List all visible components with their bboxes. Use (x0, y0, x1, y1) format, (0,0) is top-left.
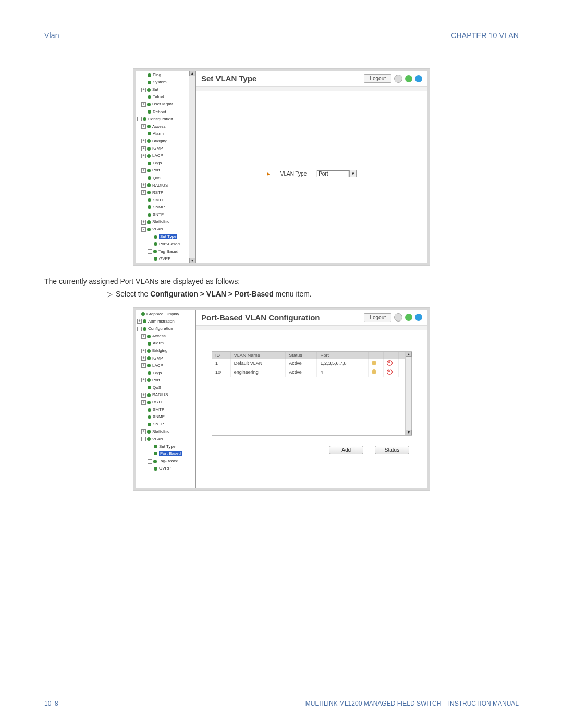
refresh-icon[interactable] (405, 75, 412, 82)
refresh-icon[interactable] (405, 314, 412, 321)
tree-item-statistics[interactable]: +Statistics (136, 428, 195, 436)
tree-item-port[interactable]: +Port (136, 377, 195, 384)
tree-item-telnet[interactable]: Telnet (136, 93, 195, 101)
tree-item-access[interactable]: +Access (136, 123, 195, 130)
expand-icon[interactable]: + (141, 400, 146, 405)
tree-scrollbar[interactable]: ▲ ▼ (189, 71, 195, 263)
tree-item-set[interactable]: +Set (136, 86, 195, 93)
body-text: The currently assigned Port VLANs are di… (44, 277, 519, 286)
tree-item-snmp[interactable]: SNMP (136, 413, 195, 421)
tree-item-port-based[interactable]: Port-Based (136, 241, 195, 248)
tree-item-rstp[interactable]: +RSTP (136, 189, 195, 196)
expand-icon[interactable]: + (141, 88, 146, 92)
tree-item-configuration[interactable]: -Configuration (136, 116, 195, 123)
expand-icon[interactable]: + (141, 190, 146, 195)
delete-icon[interactable] (387, 369, 393, 375)
delete-icon[interactable] (387, 360, 393, 366)
save-icon[interactable] (394, 75, 402, 83)
scroll-up-icon[interactable]: ▲ (406, 352, 412, 357)
expand-icon[interactable]: + (148, 459, 152, 464)
expand-icon[interactable]: - (137, 327, 142, 331)
save-icon[interactable] (394, 313, 402, 322)
tree-item-administration[interactable]: +Administration (136, 318, 195, 325)
expand-icon[interactable]: + (141, 393, 146, 398)
expand-icon[interactable]: + (141, 220, 146, 225)
tree-item-igmp[interactable]: +IGMP (136, 145, 195, 152)
expand-icon[interactable]: - (141, 227, 146, 232)
bullet-icon (148, 205, 151, 209)
table-row[interactable]: 1Default VLANActive1,2,3,5,6,7,8 (212, 359, 411, 368)
expand-icon[interactable]: + (141, 139, 146, 143)
tree-item-reboot[interactable]: Reboot (136, 108, 195, 116)
scroll-down-icon[interactable]: ▼ (406, 430, 412, 435)
tree-item-alarm[interactable]: Alarm (136, 130, 195, 138)
tree-item-gvrp[interactable]: GVRP (136, 255, 195, 263)
expand-icon[interactable]: + (141, 429, 146, 434)
vlan-type-select[interactable]: Port (317, 170, 349, 177)
tree-item-user-mgmt[interactable]: +User Mgmt (136, 101, 195, 108)
expand-icon[interactable]: + (141, 154, 146, 158)
tree-item-igmp[interactable]: +IGMP (136, 355, 195, 362)
logout-button[interactable]: Logout (364, 313, 391, 322)
expand-icon[interactable]: + (141, 168, 146, 173)
expand-icon[interactable]: + (141, 124, 146, 129)
expand-icon[interactable]: + (141, 183, 146, 188)
tree-item-bridging[interactable]: +Bridging (136, 138, 195, 145)
edit-icon[interactable] (372, 361, 376, 365)
tree-item-access[interactable]: +Access (136, 332, 195, 340)
expand-icon[interactable]: + (141, 356, 146, 361)
expand-icon[interactable]: + (141, 363, 146, 368)
expand-icon[interactable]: + (141, 378, 146, 382)
add-button[interactable]: Add (329, 446, 363, 454)
tree-item-tag-based[interactable]: +Tag-Based (136, 458, 195, 465)
table-row[interactable]: 10engineeringActive4 (212, 368, 411, 377)
tree-item-snmp[interactable]: SNMP (136, 204, 195, 211)
tree-item-sntp[interactable]: SNTP (136, 421, 195, 428)
tree-item-qos[interactable]: QoS (136, 384, 195, 391)
tree-item-graphical-display[interactable]: Graphical Display (136, 311, 195, 318)
tree-item-set-type[interactable]: Set Type (136, 233, 195, 240)
expand-icon[interactable]: + (141, 349, 146, 353)
table-scrollbar[interactable]: ▲ ▼ (405, 352, 411, 435)
expand-icon[interactable]: + (141, 334, 146, 339)
tree-item-gvrp[interactable]: GVRP (136, 465, 195, 472)
tree-item-port-based[interactable]: Port-Based (136, 450, 195, 458)
expand-icon[interactable]: + (148, 249, 152, 254)
tree-item-sntp[interactable]: SNTP (136, 211, 195, 218)
scroll-up-icon[interactable]: ▲ (189, 71, 195, 76)
logout-button[interactable]: Logout (364, 74, 391, 83)
tree-item-smtp[interactable]: SMTP (136, 196, 195, 204)
tree-item-configuration[interactable]: -Configuration (136, 325, 195, 332)
dropdown-icon[interactable]: ▼ (349, 170, 357, 177)
scroll-down-icon[interactable]: ▼ (189, 258, 195, 263)
tree-item-vlan[interactable]: -VLAN (136, 226, 195, 233)
edit-icon[interactable] (372, 369, 376, 374)
expand-icon[interactable]: - (137, 117, 142, 121)
expand-icon[interactable]: + (141, 146, 146, 151)
tree-item-logs[interactable]: Logs (136, 159, 195, 167)
tree-item-rstp[interactable]: +RSTP (136, 399, 195, 406)
tree-item-system[interactable]: System (136, 79, 195, 86)
tree-item-lacp[interactable]: +LACP (136, 362, 195, 369)
tree-item-port[interactable]: +Port (136, 167, 195, 174)
bullet-icon (148, 110, 151, 114)
expand-icon[interactable]: - (141, 437, 146, 441)
help-icon[interactable] (415, 75, 422, 82)
tree-item-vlan[interactable]: -VLAN (136, 436, 195, 443)
expand-icon[interactable]: + (137, 319, 142, 324)
expand-icon[interactable]: + (141, 102, 146, 107)
tree-item-statistics[interactable]: +Statistics (136, 218, 195, 226)
tree-item-bridging[interactable]: +Bridging (136, 347, 195, 354)
help-icon[interactable] (415, 314, 422, 321)
tree-item-alarm[interactable]: Alarm (136, 340, 195, 347)
tree-item-qos[interactable]: QoS (136, 175, 195, 182)
status-button[interactable]: Status (375, 446, 409, 454)
tree-item-logs[interactable]: Logs (136, 369, 195, 377)
tree-item-tag-based[interactable]: +Tag-Based (136, 248, 195, 255)
tree-item-radius[interactable]: +RADIUS (136, 391, 195, 399)
tree-item-ping[interactable]: Ping (136, 71, 195, 79)
tree-item-radius[interactable]: +RADIUS (136, 182, 195, 189)
tree-item-smtp[interactable]: SMTP (136, 406, 195, 413)
tree-item-lacp[interactable]: +LACP (136, 152, 195, 159)
tree-item-set-type[interactable]: Set Type (136, 443, 195, 450)
